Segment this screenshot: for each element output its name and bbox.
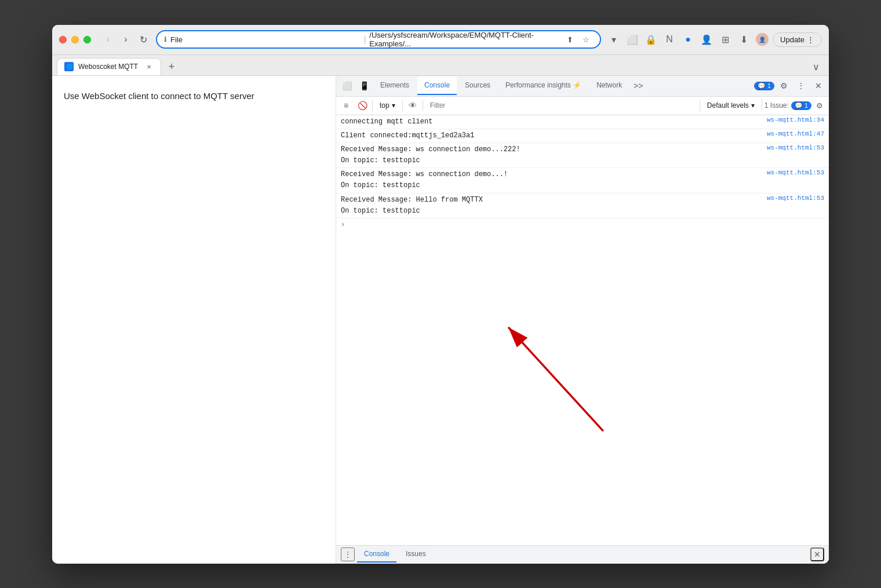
- console-chevron[interactable]: ›: [341, 221, 345, 229]
- chat-icon-2: 💬: [795, 102, 803, 109]
- tab-elements-label: Elements: [380, 81, 409, 89]
- bottom-tab-issues[interactable]: Issues: [399, 546, 433, 563]
- title-bar: ‹ › ↻ ℹ File | /Users/ysfscream/Workspac…: [52, 25, 829, 55]
- console-entry-5-link[interactable]: ws-mqtt.html:53: [767, 195, 824, 202]
- tab-performance[interactable]: Performance insights ⚡: [498, 76, 588, 95]
- profile-button[interactable]: 👤: [754, 31, 770, 48]
- console-entry-5-text: Received Message: Hello from MQTTX On to…: [341, 195, 762, 217]
- nav-buttons: ‹ › ↻: [100, 31, 151, 48]
- console-sidebar-toggle[interactable]: ≡: [338, 98, 354, 113]
- context-selector[interactable]: top ▾: [375, 98, 400, 112]
- devtools-header: ⬜ 📱 Elements Console Sources Performance…: [336, 76, 829, 97]
- devtools-close-button[interactable]: ✕: [810, 78, 827, 94]
- new-tab-button[interactable]: +: [163, 59, 180, 75]
- devtools-more-button[interactable]: ⋮: [793, 78, 809, 94]
- console-entry-2-link[interactable]: ws-mqtt.html:47: [767, 130, 824, 137]
- devtools-bottom-bar: ⋮ Console Issues ✕: [336, 545, 829, 564]
- console-prompt: ›: [336, 218, 829, 231]
- toolbar-separator-4: [700, 100, 700, 111]
- tab-title: Weboscoket MQTT: [78, 63, 140, 71]
- devtools-device-button[interactable]: 📱: [356, 78, 372, 94]
- bottom-console-label: Console: [364, 550, 389, 558]
- toolbar-separator-5: [762, 100, 762, 111]
- console-entry-4: Received Message: ws connection demo...!…: [336, 168, 829, 193]
- tab-elements[interactable]: Elements: [373, 76, 416, 95]
- messages-count: 1: [767, 82, 771, 89]
- console-entry-1: connecting mqtt client ws-mqtt.html:34: [336, 115, 829, 129]
- address-path: /Users/ysfscream/Workspace/EMQ/MQTT-Clie…: [369, 31, 559, 48]
- console-eye-button[interactable]: 👁: [405, 98, 420, 113]
- bookmark-button[interactable]: ☆: [579, 32, 593, 46]
- console-entry-5: Received Message: Hello from MQTTX On to…: [336, 193, 829, 218]
- close-traffic-light[interactable]: [59, 36, 67, 43]
- console-entry-3: Received Message: ws connection demo...2…: [336, 143, 829, 168]
- console-output-area: connecting mqtt client ws-mqtt.html:34 C…: [336, 115, 829, 545]
- share-button[interactable]: ⬆: [563, 32, 577, 46]
- devtools-header-icons: 💬 1 ⚙ ⋮ ✕: [754, 78, 827, 94]
- main-content: Use WebSocket client to connect to MQTT …: [52, 76, 829, 564]
- extensions-button-1[interactable]: ▾: [606, 31, 622, 48]
- context-dropdown-icon: ▾: [392, 101, 395, 109]
- console-toolbar: ≡ 🚫 top ▾ 👁 Default levels ▾ 1 Is: [336, 97, 829, 115]
- address-bar[interactable]: ℹ File | /Users/ysfscream/Workspace/EMQ/…: [156, 30, 601, 49]
- default-levels-button[interactable]: Default levels ▾: [702, 98, 759, 112]
- bottom-bar-close-button[interactable]: ✕: [810, 547, 824, 561]
- messages-badge: 💬 1: [754, 82, 774, 90]
- chat-icon: 💬: [758, 82, 766, 90]
- tab-network-label: Network: [596, 81, 622, 89]
- tab-favicon: 🌐: [64, 62, 74, 71]
- context-label: top: [380, 101, 389, 109]
- toolbar-right: ▾ ⬜ 🔒 N ● 👤 ⊞ ⬇ 👤 Update ⋮: [606, 31, 822, 48]
- update-button[interactable]: Update ⋮: [773, 32, 822, 47]
- maximize-traffic-light[interactable]: [83, 36, 91, 43]
- console-output: connecting mqtt client ws-mqtt.html:34 C…: [336, 115, 829, 545]
- toolbar-separator-2: [402, 100, 403, 111]
- traffic-lights: [59, 36, 91, 43]
- devtools-inspect-button[interactable]: ⬜: [338, 78, 355, 94]
- console-entry-3-text: Received Message: ws connection demo...2…: [341, 144, 762, 166]
- devtools-settings-button[interactable]: ⚙: [776, 78, 792, 94]
- page-content: Use WebSocket client to connect to MQTT …: [52, 76, 336, 564]
- downloads-button[interactable]: ⬇: [736, 31, 752, 48]
- reload-button[interactable]: ↻: [135, 31, 151, 48]
- toolbar-separator-3: [423, 100, 423, 111]
- console-entry-4-link[interactable]: ws-mqtt.html:53: [767, 169, 824, 176]
- tab-close-button[interactable]: ✕: [144, 62, 154, 71]
- console-clear-button[interactable]: 🚫: [355, 98, 370, 113]
- extensions-button-2[interactable]: ⬜: [624, 31, 640, 48]
- info-icon: ℹ: [164, 35, 167, 43]
- console-entry-4-text: Received Message: ws connection demo...!…: [341, 169, 762, 191]
- active-tab[interactable]: 🌐 Weboscoket MQTT ✕: [57, 58, 161, 75]
- console-entry-3-link[interactable]: ws-mqtt.html:53: [767, 144, 824, 151]
- filter-input[interactable]: [425, 101, 697, 109]
- console-entry-1-link[interactable]: ws-mqtt.html:34: [767, 116, 824, 123]
- forward-button[interactable]: ›: [118, 31, 134, 48]
- tab-sources[interactable]: Sources: [458, 76, 497, 95]
- extensions-button-4[interactable]: N: [661, 31, 678, 48]
- extensions-button-6[interactable]: 👤: [698, 31, 715, 48]
- extensions-button-3[interactable]: 🔒: [643, 31, 659, 48]
- extensions-button-5[interactable]: ●: [680, 31, 696, 48]
- tab-bar: 🌐 Weboscoket MQTT ✕ + ∨: [52, 55, 829, 76]
- bottom-tab-console[interactable]: Console: [357, 546, 396, 563]
- bottom-bar-menu-icon[interactable]: ⋮: [341, 547, 355, 561]
- issues-badge: 💬 1: [791, 101, 811, 110]
- tab-sources-label: Sources: [465, 81, 490, 89]
- issues-label: 1 Issue:: [764, 101, 789, 109]
- browser-window: ‹ › ↻ ℹ File | /Users/ysfscream/Workspac…: [52, 25, 829, 564]
- issues-count-badge: 1: [804, 102, 808, 109]
- back-button[interactable]: ‹: [100, 31, 117, 48]
- console-settings-button[interactable]: ⚙: [813, 98, 827, 112]
- address-separator: |: [364, 35, 366, 44]
- minimize-traffic-light[interactable]: [71, 36, 79, 43]
- address-bar-actions: ⬆ ☆: [563, 32, 593, 46]
- devtools-more-tabs-button[interactable]: >>: [630, 78, 646, 94]
- tab-performance-label: Performance insights ⚡: [505, 81, 581, 89]
- tab-console[interactable]: Console: [417, 76, 457, 95]
- console-entry-2-text: Client connected:mqttjs_1ed2a3a1: [341, 130, 762, 141]
- tab-overflow-button[interactable]: ∨: [808, 59, 824, 75]
- tab-network[interactable]: Network: [589, 76, 629, 95]
- extensions-toggle[interactable]: ⊞: [717, 31, 733, 48]
- address-protocol: File: [170, 35, 361, 44]
- toolbar-separator-1: [372, 100, 373, 111]
